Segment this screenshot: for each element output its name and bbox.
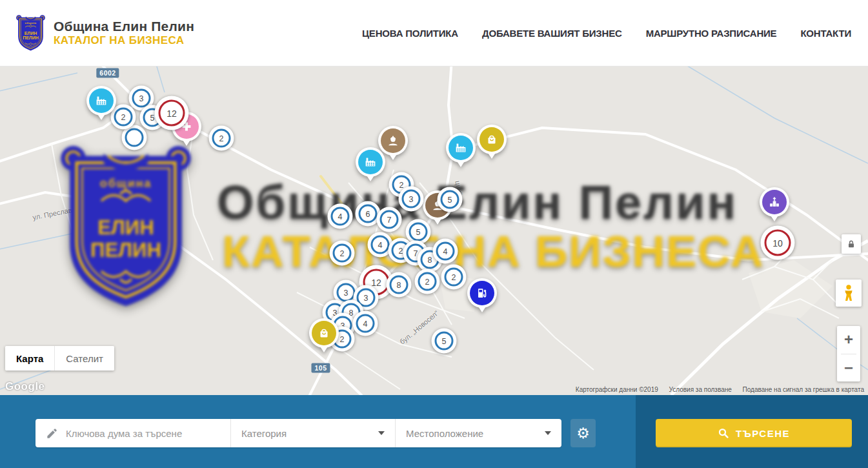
cluster-count: 4 [436,242,455,261]
brand-subtitle: КАТАЛОГ НА БИЗНЕСА [54,34,194,47]
factory-icon [449,136,473,160]
pin-head [446,133,476,163]
cluster-marker[interactable]: 2 [415,269,440,294]
pin-head [760,187,789,217]
cluster-count: 3 [402,190,421,209]
nav-add-your-business[interactable]: ДОБАВЕТЕ ВАШИЯТ БИЗНЕС [482,28,622,39]
chevron-down-icon [378,431,385,435]
fuel-icon [470,281,494,305]
cluster-count: 3 [337,283,356,302]
nav-contacts[interactable]: КОНТАКТИ [800,28,851,39]
search-bar: Категория Местоположение ⚙ ТЪРСЕНЕ [0,395,868,468]
lock-icon [846,239,856,249]
category-dropdown[interactable]: Категория [230,419,395,447]
cluster-count: 5 [435,332,454,351]
nav-pricing-policy[interactable]: ЦЕНОВА ПОЛИТИКА [362,28,458,39]
cluster-count: 4 [371,236,390,254]
keyword-search-input[interactable] [66,428,221,439]
cluster-marker[interactable]: 12 [155,96,189,130]
map-canvas[interactable]: 6002105ул. Преславбул. „Новосел“ции“ Общ… [0,66,868,395]
bag-icon [312,321,336,345]
brand[interactable]: Община Елин Пелин КАТАЛОГ НА БИЗНЕСА [15,14,194,52]
pegman-icon [842,284,856,302]
pin-head [477,125,507,154]
attribution-terms-link[interactable]: Условия за ползване [669,386,732,393]
factory-pin-marker[interactable] [86,86,116,116]
cluster-count: 2 [212,129,231,148]
cluster-count: 6 [359,205,378,223]
nav-route-schedule[interactable]: МАРШРУТНО РАЗПИСАНИЕ [646,28,777,39]
cluster-marker[interactable]: 5 [438,187,463,212]
cluster-count: 2 [333,244,352,263]
church-icon [762,190,787,214]
map-type-control: Карта Сателит [5,346,114,371]
zoom-control: + − [837,326,860,382]
bag-icon [479,127,504,152]
pencil-icon [46,427,58,440]
cluster-count: 2 [445,268,463,287]
pin-head [467,278,497,308]
cluster-count: 5 [409,223,428,241]
cluster-count: 3 [132,89,151,108]
header: Община Елин Пелин КАТАЛОГ НА БИЗНЕСА ЦЕН… [0,0,868,66]
cluster-count: 8 [390,276,409,294]
cluster-marker[interactable]: 2 [209,126,234,151]
google-logo[interactable]: Google [5,380,45,393]
cluster-marker[interactable]: 5 [432,329,457,354]
lock-button[interactable] [842,234,861,254]
map-type-map-button[interactable]: Карта [5,346,54,371]
cluster-marker[interactable]: 2 [330,241,355,266]
cluster-marker[interactable]: 4 [353,311,378,336]
gear-icon: ⚙ [576,426,590,441]
main-nav: ЦЕНОВА ПОЛИТИКА ДОБАВЕТЕ ВАШИЯТ БИЗНЕС М… [362,28,851,39]
cluster-count: 12 [159,100,185,127]
street-view-pegman-button[interactable] [836,280,862,307]
search-fields-group: Категория Местоположение [35,419,561,447]
cluster-count: 7 [380,210,399,229]
cluster-marker[interactable]: 2 [441,265,467,290]
municipality-shield-logo [15,14,46,52]
cluster-count: 4 [331,207,350,226]
location-dropdown-value: Местоположение [406,428,483,439]
fuel-pin-marker[interactable] [467,278,497,308]
cluster-marker[interactable]: 3 [399,187,424,212]
advanced-search-button[interactable]: ⚙ [570,419,596,447]
brand-title: Община Елин Пелин [54,19,194,35]
keyword-section [35,419,230,447]
markers-layer: 3251222356475422784221283338342510 [0,66,868,395]
page: Община Елин Пелин КАТАЛОГ НА БИЗНЕСА ЦЕН… [0,0,868,468]
factory-pin-marker[interactable] [446,133,476,163]
factory-icon [358,150,383,174]
search-icon [718,427,729,439]
cluster-count: 5 [441,190,459,209]
cluster-count: 4 [356,314,375,333]
cluster-marker[interactable]: 4 [328,204,353,229]
cluster-marker[interactable]: 10 [761,226,795,260]
pin-head [309,318,339,348]
search-button-label: ТЪРСЕНЕ [736,428,790,439]
attribution-data: Картографски данни ©2019 [576,386,658,393]
attribution-report-link[interactable]: Подаване на сигнал за грешка в картата [743,386,864,393]
cluster-count: 2 [114,108,133,127]
search-submit-button[interactable]: ТЪРСЕНЕ [656,419,852,447]
zoom-in-button[interactable]: + [837,326,860,354]
pin-head [356,147,385,177]
factory-pin-marker[interactable] [356,147,385,177]
cluster-marker[interactable]: 4 [433,239,458,264]
cluster-count: 10 [765,230,791,256]
cluster-marker[interactable]: 7 [377,207,402,232]
location-dropdown[interactable]: Местоположение [395,419,561,447]
church-pin-marker[interactable] [760,187,789,217]
pin-head [86,86,116,116]
factory-icon [89,88,114,113]
bag-pin-marker[interactable] [309,318,339,348]
cluster-count: 2 [418,272,437,291]
zoom-out-button[interactable]: − [837,354,860,382]
map-type-satellite-button[interactable]: Сателит [54,346,114,371]
category-dropdown-value: Категория [241,428,287,439]
chevron-down-icon [545,431,551,435]
cluster-marker[interactable]: 8 [387,272,412,298]
cluster-count [125,128,144,147]
bag-pin-marker[interactable] [477,125,507,154]
map-attribution: Картографски данни ©2019 Условия за полз… [567,386,864,393]
